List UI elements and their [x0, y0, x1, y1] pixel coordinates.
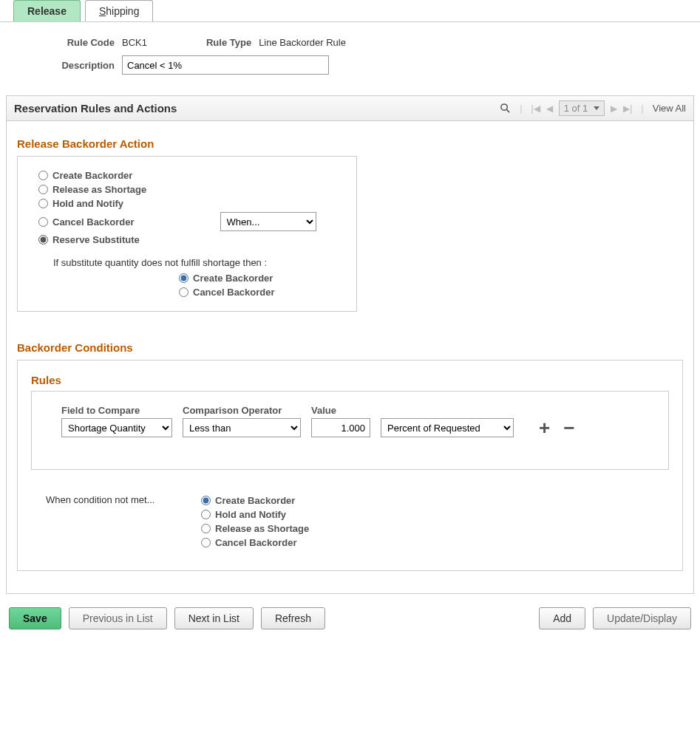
update-display-button[interactable]: Update/Display [593, 607, 691, 629]
rule-type-value: Line Backorder Rule [259, 37, 346, 48]
sub-radio-create-label: Create Backorder [193, 273, 273, 284]
panel-header: Reservation Rules and Actions | |◀ ◀ 1 o… [7, 96, 693, 121]
sub-radio-create[interactable] [179, 273, 188, 283]
next-in-list-button[interactable]: Next in List [174, 607, 254, 629]
value-input[interactable] [311, 418, 370, 437]
not-met-radios: Create Backorder Hold and Notify Release… [201, 492, 309, 551]
first-icon[interactable]: |◀ [531, 103, 540, 114]
comparison-operator-label: Comparison Operator [183, 405, 301, 416]
separator: | [517, 103, 525, 114]
radio-cancel-backorder-label: Cancel Backorder [52, 216, 135, 228]
not-met-section: When condition not met... Create Backord… [46, 492, 669, 551]
panel-tools: | |◀ ◀ 1 of 1 ▶ ▶| | View All [500, 100, 686, 116]
nm-radio-cancel-label: Cancel Backorder [215, 537, 297, 548]
when-select[interactable]: When... [220, 212, 316, 231]
release-action-radios: Create Backorder Release as Shortage Hol… [38, 170, 343, 245]
description-input[interactable] [122, 55, 329, 75]
radio-cancel-backorder[interactable] [38, 217, 48, 227]
not-met-label: When condition not met... [46, 492, 201, 551]
last-icon[interactable]: ▶| [623, 103, 632, 114]
radio-release-shortage-label: Release as Shortage [52, 184, 146, 195]
save-button[interactable]: Save [9, 607, 61, 629]
refresh-button[interactable]: Refresh [261, 607, 325, 629]
pager-text: 1 of 1 [564, 103, 588, 114]
field-to-compare-label: Field to Compare [61, 405, 172, 416]
previous-in-list-button[interactable]: Previous in List [69, 607, 167, 629]
tab-shipping-rest: hipping [106, 5, 139, 17]
value-label: Value [311, 405, 370, 416]
nm-radio-shortage-label: Release as Shortage [215, 523, 309, 534]
nm-radio-cancel[interactable] [201, 538, 211, 547]
description-label: Description [22, 60, 122, 71]
rules-title: Rules [31, 374, 669, 386]
tab-release[interactable]: Release [13, 0, 81, 21]
rule-type-label: Rule Type [206, 37, 259, 48]
next-icon[interactable]: ▶ [611, 103, 617, 114]
panel-body: Release Backorder Action Create Backorde… [7, 121, 693, 593]
radio-reserve-substitute-label: Reserve Substitute [52, 234, 140, 245]
radio-hold-notify-label: Hold and Notify [52, 198, 123, 209]
conditions-outer-box: Rules Field to Compare Shortage Quantity… [17, 360, 683, 571]
tab-shipping-accel: S [99, 5, 106, 17]
radio-create-backorder[interactable] [38, 171, 48, 180]
add-button[interactable]: Add [539, 607, 585, 629]
svg-line-1 [507, 109, 510, 112]
comparison-operator-select[interactable]: Less than [183, 418, 301, 437]
panel-title: Reservation Rules and Actions [14, 102, 177, 115]
header-fields: Rule Code BCK1 Rule Type Line Backorder … [0, 22, 700, 95]
backorder-conditions-title: Backorder Conditions [17, 341, 683, 354]
separator: | [638, 103, 646, 114]
radio-create-backorder-label: Create Backorder [52, 170, 132, 181]
unit-spacer [381, 405, 514, 416]
backorder-conditions-section: Backorder Conditions Rules Field to Comp… [17, 341, 683, 571]
svg-point-0 [501, 104, 507, 110]
prev-icon[interactable]: ◀ [546, 103, 553, 114]
tab-shipping[interactable]: Shipping [85, 0, 154, 21]
radio-reserve-substitute[interactable] [38, 235, 48, 245]
substitute-fallback-radios: Create Backorder Cancel Backorder [179, 273, 343, 298]
rule-code-label: Rule Code [22, 37, 122, 48]
tab-bar: Release Shipping [0, 0, 700, 22]
rule-code-value: BCK1 [122, 37, 147, 48]
sub-radio-cancel-label: Cancel Backorder [193, 287, 275, 298]
pager-dropdown[interactable]: 1 of 1 [559, 100, 605, 116]
release-action-title: Release Backorder Action [17, 137, 683, 150]
chevron-down-icon [594, 106, 599, 110]
unit-select[interactable]: Percent of Requested [381, 418, 514, 437]
nm-radio-create[interactable] [201, 496, 211, 505]
remove-rule-icon[interactable]: − [563, 417, 574, 440]
rules-panel: Reservation Rules and Actions | |◀ ◀ 1 o… [6, 95, 694, 594]
add-rule-icon[interactable]: + [539, 417, 550, 440]
field-to-compare-select[interactable]: Shortage Quantity [61, 418, 172, 437]
view-all-link[interactable]: View All [653, 103, 686, 114]
release-action-box: Create Backorder Release as Shortage Hol… [17, 156, 357, 312]
rules-box: Field to Compare Shortage Quantity Compa… [31, 391, 669, 470]
search-icon[interactable] [500, 103, 511, 114]
radio-release-shortage[interactable] [38, 185, 48, 194]
nm-radio-create-label: Create Backorder [215, 495, 295, 506]
nm-radio-hold-label: Hold and Notify [215, 509, 286, 520]
sub-radio-cancel[interactable] [179, 287, 188, 297]
nm-radio-shortage[interactable] [201, 524, 211, 533]
radio-hold-notify[interactable] [38, 199, 48, 208]
nm-radio-hold[interactable] [201, 510, 211, 519]
substitute-note: If substitute quantity does not fulfill … [53, 257, 343, 268]
footer-bar: Save Previous in List Next in List Refre… [0, 594, 700, 640]
